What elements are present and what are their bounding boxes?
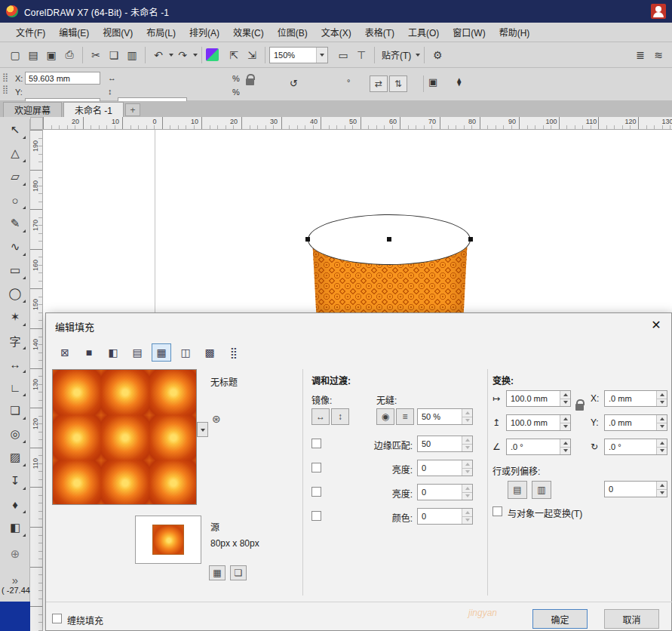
menu-view[interactable]: 视图(V): [96, 23, 140, 42]
texture-fill-button[interactable]: ▩: [200, 343, 219, 362]
pattern-preview[interactable]: [52, 369, 197, 505]
zoom-dropdown-icon[interactable]: [316, 48, 327, 63]
zoom-level-combo[interactable]: 150%: [269, 47, 328, 63]
mirror-vertical-button[interactable]: ⇅: [389, 75, 407, 92]
connector-tool[interactable]: ∟: [3, 377, 27, 398]
create-from-file-button[interactable]: ❏: [230, 565, 247, 580]
rectangle-tool[interactable]: ▭: [3, 260, 27, 281]
copy-icon[interactable]: ❏: [105, 46, 123, 64]
pick-tool[interactable]: ↖: [3, 119, 27, 140]
fullscreen-preview-icon[interactable]: ▭: [334, 46, 352, 64]
color-checkbox[interactable]: [311, 511, 321, 521]
menu-help[interactable]: 帮助(H): [492, 23, 537, 42]
docker-handle-icon[interactable]: ⣿: [2, 85, 8, 94]
brightness-field[interactable]: 0: [417, 460, 473, 476]
drop-shadow-tool[interactable]: ❏: [3, 400, 27, 421]
menu-table[interactable]: 表格(T): [358, 23, 401, 42]
freehand-tool[interactable]: ✎: [3, 213, 27, 234]
interactive-fill-tool[interactable]: ◧: [3, 517, 27, 538]
horizontal-ruler[interactable]: 20 10 0 10 20 30 40 50 60 70 80 90 100 1…: [43, 117, 672, 130]
pattern-picker-dropdown[interactable]: [197, 422, 208, 437]
cancel-button[interactable]: 取消: [604, 609, 659, 629]
column-offset-button[interactable]: ▥: [532, 481, 551, 499]
ellipse-tool[interactable]: ◯: [3, 283, 27, 304]
uniform-fill-button[interactable]: ■: [79, 343, 99, 362]
transform-y-field[interactable]: .0 mm: [604, 414, 667, 431]
bitmap-pattern-fill-button[interactable]: ▦: [152, 343, 171, 362]
options-icon[interactable]: ⚙: [428, 46, 446, 64]
new-tab-button[interactable]: +: [125, 103, 140, 116]
menu-effects[interactable]: 效果(C): [226, 23, 271, 42]
text-properties-icon[interactable]: ≣: [631, 46, 649, 64]
transparency-tool[interactable]: ▨: [3, 447, 27, 468]
mirror-horizontal-button[interactable]: ⇄: [370, 75, 388, 92]
crop-tool[interactable]: ▱: [3, 166, 27, 187]
import-icon[interactable]: ⇱: [225, 46, 243, 64]
edge-match-checkbox[interactable]: [311, 439, 321, 448]
outline-pen-tool[interactable]: ♦: [3, 494, 27, 515]
menu-bitmaps[interactable]: 位图(B): [271, 23, 315, 42]
fountain-fill-button[interactable]: ◧: [103, 343, 123, 362]
property-bar-handle[interactable]: ⣿: [2, 72, 8, 82]
scale-lock-icon[interactable]: [246, 78, 254, 85]
selection-center-marker[interactable]: [387, 237, 391, 242]
redo-dropdown-icon[interactable]: [193, 54, 198, 59]
color-field[interactable]: 0: [417, 508, 473, 525]
no-fill-button[interactable]: ⊠: [55, 343, 75, 362]
user-account-icon[interactable]: [651, 4, 666, 19]
snap-to-dropdown-icon[interactable]: [416, 54, 420, 59]
mirror-vertical-tile-button[interactable]: ↕: [331, 408, 349, 425]
object-x-field[interactable]: 59.603 mm: [25, 72, 100, 85]
two-color-pattern-fill-button[interactable]: ◫: [176, 343, 195, 362]
menu-edit[interactable]: 编辑(E): [52, 23, 96, 42]
vector-pattern-fill-button[interactable]: ▤: [127, 343, 147, 362]
offset-amount-field[interactable]: 0: [604, 481, 667, 497]
selection-handle-left[interactable]: [305, 237, 310, 242]
create-from-document-button[interactable]: ▦: [209, 565, 226, 580]
pattern-source-icon[interactable]: ⊛: [212, 413, 221, 425]
row-offset-button[interactable]: ▤: [508, 481, 527, 499]
postscript-fill-button[interactable]: ⣿: [224, 343, 244, 362]
ruler-origin-button[interactable]: [30, 117, 43, 130]
snap-to-label[interactable]: 贴齐(T): [379, 48, 414, 61]
mirror-horizontal-tile-button[interactable]: ↔: [311, 408, 330, 425]
fill-height-field[interactable]: 100.0 mm: [506, 414, 571, 431]
selection-handle-right[interactable]: [468, 237, 473, 242]
tab-document-1[interactable]: 未命名 -1: [63, 102, 124, 117]
new-document-icon[interactable]: ▢: [6, 46, 24, 64]
save-icon[interactable]: ▣: [42, 46, 60, 64]
paste-icon[interactable]: ▥: [123, 46, 141, 64]
export-icon[interactable]: ⇲: [243, 46, 261, 64]
shape-tool[interactable]: △: [3, 143, 27, 164]
align-distribute-icon[interactable]: ≋: [649, 46, 667, 64]
menu-arrange[interactable]: 排列(A): [183, 23, 226, 42]
size-lock-icon[interactable]: [575, 404, 584, 411]
close-icon[interactable]: ✕: [649, 317, 664, 332]
cut-icon[interactable]: ✂: [87, 46, 105, 64]
undo-icon[interactable]: ↶: [149, 46, 167, 64]
tab-welcome-screen[interactable]: 欢迎屏幕: [3, 102, 62, 117]
print-icon[interactable]: ⎙: [60, 46, 78, 64]
zoom-tool[interactable]: ○: [3, 189, 27, 211]
ok-button[interactable]: 确定: [532, 609, 588, 629]
color-eyedropper-tool[interactable]: ↧: [3, 470, 27, 491]
add-tools-button[interactable]: ⊕: [3, 543, 27, 565]
polygon-tool[interactable]: ✶: [3, 306, 27, 328]
radial-blend-button[interactable]: ◉: [376, 408, 394, 425]
text-tool[interactable]: 字: [3, 330, 27, 351]
vertical-ruler[interactable]: 190 180 170 160 150 140 130 120 110: [30, 130, 43, 631]
luminance-field[interactable]: 0: [417, 484, 473, 500]
rotate-field[interactable]: .0 °: [604, 439, 667, 455]
layer-icon[interactable]: ▣: [428, 76, 437, 88]
fill-width-field[interactable]: 100.0 mm: [506, 390, 571, 407]
linear-blend-button[interactable]: ≡: [396, 408, 414, 425]
transform-with-object-checkbox[interactable]: [492, 506, 502, 516]
skew-field[interactable]: .0 °: [506, 439, 571, 455]
menu-window[interactable]: 窗口(W): [446, 23, 492, 42]
menu-text[interactable]: 文本(X): [315, 23, 358, 42]
redo-icon[interactable]: ↷: [173, 46, 192, 64]
edge-match-field[interactable]: 50: [417, 436, 473, 452]
open-icon[interactable]: ▤: [24, 46, 42, 64]
brightness-checkbox[interactable]: [311, 463, 321, 472]
luminance-checkbox[interactable]: [311, 487, 321, 497]
